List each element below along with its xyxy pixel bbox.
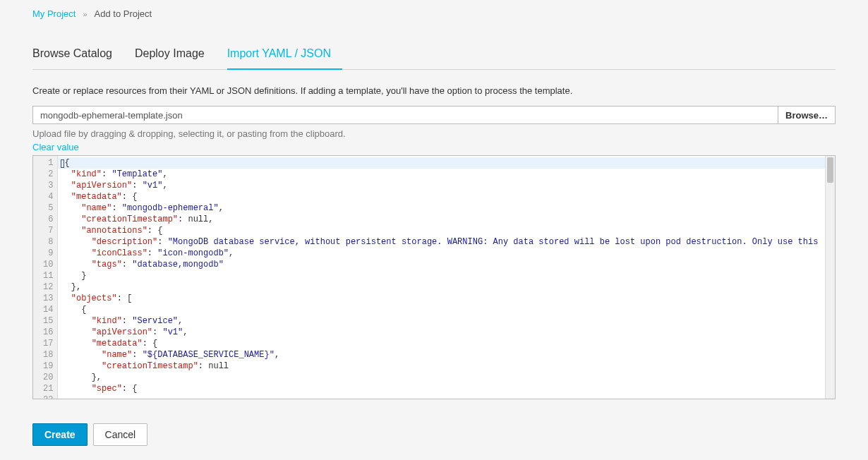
tab-bar: Browse Catalog Deploy Image Import YAML …: [32, 40, 836, 70]
button-row: Create Cancel: [32, 423, 836, 446]
file-name-input[interactable]: [32, 106, 778, 124]
clear-value-link[interactable]: Clear value: [32, 142, 79, 152]
upload-hint: Upload file by dragging & dropping, sele…: [32, 128, 836, 139]
vertical-scrollbar[interactable]: [825, 156, 835, 399]
tab-browse-catalog[interactable]: Browse Catalog: [32, 40, 123, 70]
create-button[interactable]: Create: [32, 423, 88, 446]
page-description: Create or replace resources from their Y…: [32, 85, 836, 96]
scroll-thumb[interactable]: [827, 157, 833, 183]
file-row: Browse…: [32, 106, 836, 124]
cancel-button[interactable]: Cancel: [93, 423, 148, 446]
breadcrumb-project-link[interactable]: My Project: [32, 8, 76, 19]
code-editor[interactable]: 12345678910111213141516171819202122 { "k…: [32, 155, 836, 399]
chevron-right-icon: »: [83, 10, 87, 18]
breadcrumb: My Project » Add to Project: [32, 7, 836, 25]
editor-gutter: 12345678910111213141516171819202122: [33, 156, 58, 399]
editor-code-area[interactable]: { "kind": "Template", "apiVersion": "v1"…: [58, 156, 835, 399]
breadcrumb-current: Add to Project: [95, 8, 152, 19]
browse-button[interactable]: Browse…: [778, 106, 836, 124]
tab-deploy-image[interactable]: Deploy Image: [135, 40, 216, 70]
tab-import-yaml-json[interactable]: Import YAML / JSON: [227, 40, 342, 70]
